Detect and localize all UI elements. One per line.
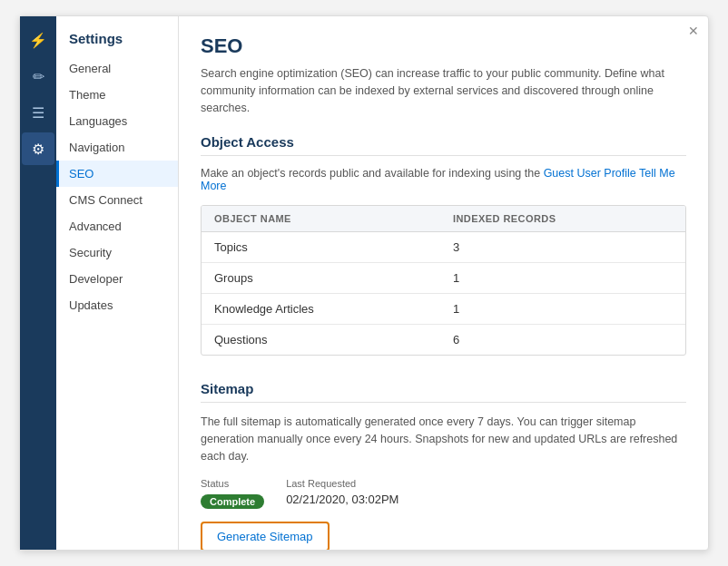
lightning-icon[interactable]: ⚡: [22, 24, 54, 56]
sidebar-item-navigation[interactable]: Navigation: [56, 134, 178, 161]
page-title: SEO: [201, 34, 686, 58]
sidebar-item-general[interactable]: General: [56, 55, 178, 82]
sidebar: Settings General Theme Languages Navigat…: [56, 16, 179, 550]
gear-icon[interactable]: ⚙: [22, 132, 54, 165]
generate-sitemap-button[interactable]: Generate Sitemap: [201, 522, 330, 551]
object-name-groups: Groups: [202, 263, 440, 294]
settings-window: ✕ ⚡ ✏ ☰ ⚙ Settings General Theme Languag…: [19, 15, 709, 551]
object-name-questions: Questions: [202, 325, 440, 356]
guest-user-profile-link[interactable]: Guest User Profile: [544, 167, 636, 180]
left-panel: ⚡ ✏ ☰ ⚙ Settings General Theme Languages…: [20, 16, 179, 550]
object-access-description: Make an object's records public and avai…: [201, 167, 686, 192]
indexed-records-topics: 3: [440, 232, 685, 263]
main-content: SEO Search engine optimization (SEO) can…: [179, 16, 708, 550]
sitemap-description: The full sitemap is automatically genera…: [201, 414, 686, 464]
last-requested-container: Last Requested 02/21/2020, 03:02PM: [286, 478, 398, 506]
last-requested-value: 02/21/2020, 03:02PM: [286, 493, 398, 506]
edit-icon[interactable]: ✏: [22, 60, 54, 93]
indexed-records-questions: 6: [440, 325, 685, 356]
object-name-topics: Topics: [202, 232, 440, 263]
status-container: Status Complete: [201, 478, 264, 509]
object-access-divider: [201, 155, 686, 156]
sidebar-item-cms-connect[interactable]: CMS Connect: [56, 187, 178, 213]
indexed-records-knowledge-articles: 1: [440, 294, 685, 325]
col-indexed-records: INDEXED RECORDS: [440, 206, 685, 232]
object-access-title: Object Access: [201, 134, 686, 150]
indexed-records-groups: 1: [440, 263, 685, 294]
object-access-desc-text: Make an object's records public and avai…: [201, 167, 544, 180]
sidebar-item-advanced[interactable]: Advanced: [56, 213, 178, 239]
table-row: Questions 6: [202, 325, 685, 356]
status-badge: Complete: [201, 494, 264, 509]
sidebar-item-theme[interactable]: Theme: [56, 82, 178, 108]
sitemap-title: Sitemap: [201, 381, 686, 396]
status-label: Status: [201, 478, 264, 489]
sitemap-meta: Status Complete Last Requested 02/21/202…: [201, 478, 686, 509]
close-button[interactable]: ✕: [688, 24, 699, 38]
sidebar-item-seo[interactable]: SEO: [56, 161, 178, 187]
object-name-knowledge-articles: Knowledge Articles: [202, 294, 440, 325]
sitemap-divider: [201, 402, 686, 403]
sidebar-title: Settings: [56, 27, 178, 55]
sidebar-item-languages[interactable]: Languages: [56, 108, 178, 134]
col-object-name: OBJECT NAME: [202, 206, 440, 232]
last-requested-label: Last Requested: [286, 478, 398, 489]
list-icon[interactable]: ☰: [22, 96, 54, 129]
page-description: Search engine optimization (SEO) can inc…: [201, 65, 686, 116]
table-row: Topics 3: [202, 232, 685, 263]
icon-bar: ⚡ ✏ ☰ ⚙: [20, 16, 56, 550]
sidebar-item-developer[interactable]: Developer: [56, 266, 178, 292]
sidebar-item-security[interactable]: Security: [56, 239, 178, 266]
object-access-table-wrapper: OBJECT NAME INDEXED RECORDS Topics 3 Gro…: [201, 205, 686, 356]
table-row: Knowledge Articles 1: [202, 294, 685, 325]
sidebar-item-updates[interactable]: Updates: [56, 292, 178, 318]
object-access-table: OBJECT NAME INDEXED RECORDS Topics 3 Gro…: [202, 206, 685, 355]
table-row: Groups 1: [202, 263, 685, 294]
